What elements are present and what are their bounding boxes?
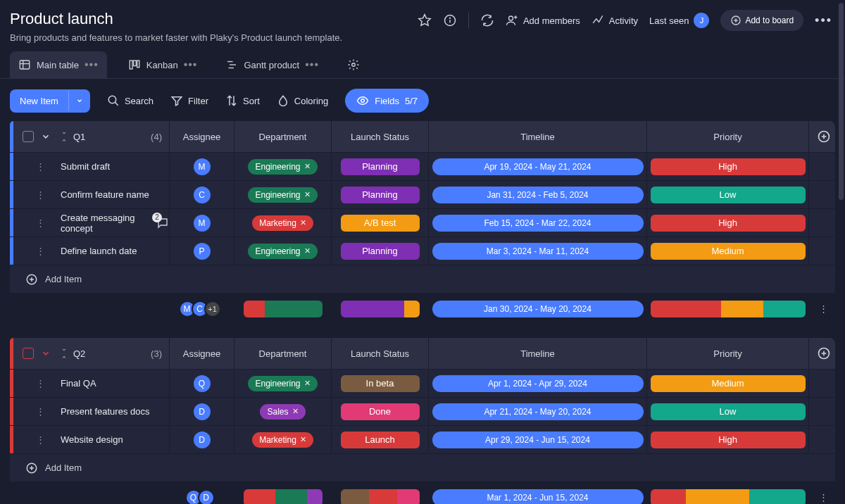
assignee-avatar[interactable]: D (194, 431, 211, 448)
star-icon[interactable] (418, 13, 432, 27)
avatar-overflow[interactable]: +1 (204, 301, 221, 317)
remove-tag-icon[interactable]: ✕ (300, 435, 306, 444)
assignee-avatar[interactable]: M (194, 158, 211, 175)
remove-tag-icon[interactable]: ✕ (304, 246, 311, 256)
assignee-avatar[interactable]: D (194, 403, 211, 420)
more-icon[interactable]: ••• (815, 13, 832, 28)
department-tag[interactable]: Engineering ✕ (248, 159, 317, 175)
col-header-assignee[interactable]: Assignee (169, 121, 234, 152)
group-name[interactable]: Q1 (73, 132, 85, 142)
priority-summary-bar[interactable] (651, 301, 806, 317)
col-header-department[interactable]: Department (234, 121, 331, 152)
timeline-pill[interactable]: Mar 3, 2024 - Mar 11, 2024 (432, 243, 644, 260)
row-menu-icon[interactable]: ⋮ (36, 161, 45, 172)
table-row[interactable]: ⋮ Define launch date P Engineering ✕ Pla… (10, 237, 835, 265)
item-name[interactable]: Confirm feature name (61, 189, 149, 200)
priority-pill[interactable]: High (651, 215, 806, 232)
refresh-icon[interactable] (480, 13, 494, 27)
timeline-summary-pill[interactable]: Mar 1, 2024 - Jun 15, 2024 (432, 489, 644, 505)
add-column-icon[interactable] (817, 346, 831, 360)
table-row[interactable]: ⋮ Final QA Q Engineering ✕ In beta Apr 1… (10, 369, 835, 397)
view-tab-menu[interactable]: ••• (84, 58, 99, 71)
summary-avatar[interactable]: D (198, 489, 215, 505)
chevron-down-icon[interactable] (41, 132, 51, 141)
status-summary-bar[interactable] (341, 489, 420, 505)
remove-tag-icon[interactable]: ✕ (304, 379, 311, 388)
table-row[interactable]: ⋮ Create messaging concept 2 M Marketing… (10, 208, 835, 237)
drag-handle-icon[interactable] (61, 348, 68, 358)
col-header-timeline[interactable]: Timeline (428, 338, 646, 369)
item-name[interactable]: Present features docs (61, 406, 149, 417)
view-tab-gantt[interactable]: Gantt product ••• (218, 51, 326, 78)
view-tab-kanban[interactable]: Kanban ••• (121, 51, 205, 78)
priority-pill[interactable]: High (651, 158, 806, 175)
col-header-launch-status[interactable]: Launch Status (331, 121, 428, 152)
col-header-assignee[interactable]: Assignee (169, 338, 234, 369)
remove-tag-icon[interactable]: ✕ (292, 407, 299, 416)
checkbox[interactable] (23, 348, 34, 359)
new-item-button[interactable]: New Item (10, 89, 90, 113)
checkbox[interactable] (23, 131, 34, 142)
timeline-pill[interactable]: Apr 1, 2024 - Apr 29, 2024 (432, 375, 644, 392)
summary-menu-icon[interactable]: ⋮ (808, 492, 835, 503)
activity-button[interactable]: Activity (592, 14, 638, 27)
timeline-pill[interactable]: Apr 21, 2024 - May 20, 2024 (432, 403, 644, 420)
col-header-launch-status[interactable]: Launch Status (331, 338, 428, 369)
info-icon[interactable] (443, 13, 457, 27)
sort-button[interactable]: Sort (225, 94, 260, 107)
add-to-board-button[interactable]: Add to board (720, 10, 803, 31)
status-pill[interactable]: Planning (341, 243, 420, 260)
col-header-department[interactable]: Department (234, 338, 331, 369)
priority-pill[interactable]: High (651, 431, 806, 448)
item-name[interactable]: Create messaging concept (61, 213, 151, 234)
timeline-summary-pill[interactable]: Jan 30, 2024 - May 20, 2024 (432, 301, 644, 317)
timeline-pill[interactable]: Jan 31, 2024 - Feb 5, 2024 (432, 187, 644, 203)
row-menu-icon[interactable]: ⋮ (36, 189, 45, 200)
chevron-down-icon[interactable] (68, 91, 90, 111)
col-header-timeline[interactable]: Timeline (428, 121, 646, 152)
priority-pill[interactable]: Medium (651, 243, 806, 260)
item-name[interactable]: Submit draft (61, 161, 110, 172)
add-column-icon[interactable] (817, 130, 831, 144)
filter-button[interactable]: Filter (170, 94, 208, 107)
table-row[interactable]: ⋮ Present features docs D Sales ✕ Done A… (10, 397, 835, 425)
assignee-avatar[interactable]: C (194, 187, 211, 203)
assignee-avatar[interactable]: M (194, 215, 211, 232)
assignee-avatar[interactable]: P (194, 243, 211, 260)
item-name[interactable]: Final QA (61, 378, 96, 389)
assignee-avatar[interactable]: Q (194, 375, 211, 392)
timeline-pill[interactable]: Apr 29, 2024 - Jun 15, 2024 (432, 431, 644, 448)
table-row[interactable]: ⋮ Confirm feature name C Engineering ✕ P… (10, 180, 835, 208)
row-menu-icon[interactable]: ⋮ (36, 218, 45, 228)
department-summary-bar[interactable] (244, 489, 323, 505)
timeline-pill[interactable]: Feb 15, 2024 - Mar 22, 2024 (432, 215, 644, 232)
priority-pill[interactable]: Low (651, 187, 806, 203)
row-menu-icon[interactable]: ⋮ (36, 406, 45, 417)
department-tag[interactable]: Marketing ✕ (252, 432, 313, 448)
table-row[interactable]: ⋮ Submit draft M Engineering ✕ Planning … (10, 152, 835, 180)
department-tag[interactable]: Engineering ✕ (248, 187, 317, 203)
status-pill[interactable]: In beta (341, 375, 420, 392)
item-name[interactable]: Define launch date (61, 246, 137, 256)
row-menu-icon[interactable]: ⋮ (36, 246, 45, 256)
remove-tag-icon[interactable]: ✕ (300, 218, 306, 227)
coloring-button[interactable]: Coloring (277, 94, 328, 107)
row-menu-icon[interactable]: ⋮ (36, 378, 45, 389)
table-row[interactable]: ⋮ Website design D Marketing ✕ Launch Ap… (10, 425, 835, 453)
view-tab-menu[interactable]: ••• (184, 58, 198, 71)
department-tag[interactable]: Engineering ✕ (248, 244, 317, 259)
col-header-priority[interactable]: Priority (646, 121, 808, 152)
status-pill[interactable]: Planning (341, 158, 420, 175)
remove-tag-icon[interactable]: ✕ (304, 190, 311, 199)
col-header-priority[interactable]: Priority (646, 338, 808, 369)
department-tag[interactable]: Sales ✕ (260, 404, 305, 420)
scrollbar[interactable] (839, 3, 844, 200)
chevron-down-icon[interactable] (41, 348, 51, 358)
search-button[interactable]: Search (107, 94, 154, 107)
timeline-pill[interactable]: Apr 19, 2024 - May 21, 2024 (432, 158, 644, 175)
add-members-button[interactable]: Add members (506, 14, 580, 27)
status-pill[interactable]: A/B test (341, 215, 420, 232)
drag-handle-icon[interactable] (61, 132, 68, 141)
status-pill[interactable]: Planning (341, 187, 420, 203)
last-seen[interactable]: Last seen J (649, 13, 709, 28)
